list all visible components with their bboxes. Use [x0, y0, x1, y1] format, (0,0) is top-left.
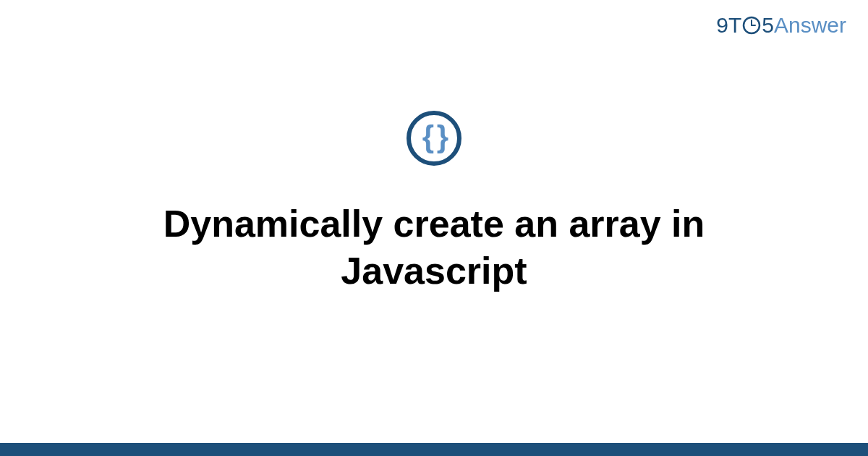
footer-accent-bar	[0, 443, 868, 456]
category-icon-wrapper: { }	[407, 111, 461, 166]
main-content: { } Dynamically create an array in Javas…	[0, 0, 868, 456]
page-title: Dynamically create an array in Javascrip…	[72, 200, 796, 295]
braces-glyph: { }	[422, 122, 446, 152]
code-braces-icon: { }	[407, 111, 461, 166]
